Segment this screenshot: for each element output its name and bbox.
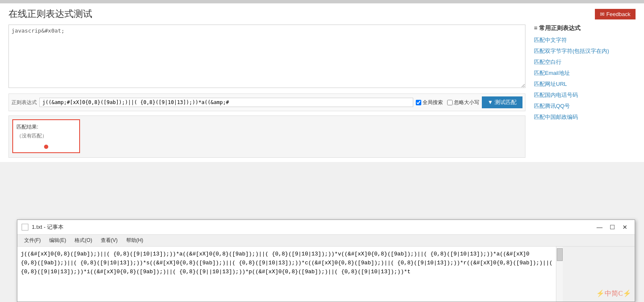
list-item: 匹配Email地址: [534, 69, 636, 77]
result-area: 匹配结果: （没有匹配）: [8, 115, 525, 158]
global-search-input[interactable]: [416, 100, 421, 105]
match-button[interactable]: ▼ 测试匹配: [482, 96, 522, 108]
result-text: （没有匹配）: [17, 132, 76, 140]
result-label: 匹配结果:: [17, 124, 76, 131]
webpage-area: 在线正则表达式测试 ✉ Feedback 正则表达式 全局搜索 忽略大小写: [0, 3, 644, 162]
link-blank-line[interactable]: 匹配空白行: [534, 59, 561, 65]
regex-input[interactable]: [39, 98, 413, 107]
list-item: 匹配国内电话号码: [534, 91, 636, 99]
regex-row: 正则表达式 全局搜索 忽略大小写 ▼ 测试匹配: [8, 93, 525, 111]
page-title: 在线正则表达式测试: [8, 8, 92, 20]
feedback-button[interactable]: ✉ Feedback: [595, 9, 636, 19]
test-input-textarea[interactable]: [8, 25, 525, 88]
list-item: 匹配中国邮政编码: [534, 113, 636, 121]
global-search-checkbox[interactable]: 全局搜索: [416, 99, 443, 106]
left-panel: 正则表达式 全局搜索 忽略大小写 ▼ 测试匹配 匹配结果:: [8, 25, 525, 158]
link-postal[interactable]: 匹配中国邮政编码: [534, 114, 578, 120]
list-item: 匹配双字节字符(包括汉字在内): [534, 47, 636, 55]
right-sidebar: ≡ 常用正则表达式 匹配中文字符 匹配双字节字符(包括汉字在内) 匹配空白行 匹…: [534, 25, 636, 158]
ignore-case-label: 忽略大小写: [454, 99, 479, 106]
link-phone[interactable]: 匹配国内电话号码: [534, 92, 578, 98]
top-banner: [0, 0, 644, 3]
link-email[interactable]: 匹配Email地址: [534, 70, 570, 76]
list-item: 匹配中文字符: [534, 36, 636, 44]
link-chinese-chars[interactable]: 匹配中文字符: [534, 37, 567, 43]
link-double-byte[interactable]: 匹配双字节字符(包括汉字在内): [534, 48, 609, 54]
list-item: 匹配网址URL: [534, 80, 636, 88]
regex-label: 正则表达式: [11, 99, 37, 106]
checkbox-group: 全局搜索 忽略大小写: [416, 99, 479, 106]
ignore-case-checkbox[interactable]: 忽略大小写: [447, 99, 479, 106]
list-item: 匹配空白行: [534, 58, 636, 66]
main-content: 正则表达式 全局搜索 忽略大小写 ▼ 测试匹配 匹配结果:: [8, 25, 636, 158]
list-item: 匹配腾讯QQ号: [534, 102, 636, 110]
link-url[interactable]: 匹配网址URL: [534, 81, 567, 87]
sidebar-title: ≡ 常用正则表达式: [534, 25, 636, 32]
ignore-case-input[interactable]: [447, 100, 453, 105]
link-qq[interactable]: 匹配腾讯QQ号: [534, 103, 570, 109]
red-dot: [44, 145, 48, 149]
page-title-row: 在线正则表达式测试 ✉ Feedback: [8, 8, 636, 20]
sidebar-links: 匹配中文字符 匹配双字节字符(包括汉字在内) 匹配空白行 匹配Email地址 匹…: [534, 36, 636, 121]
result-box: 匹配结果: （没有匹配）: [12, 119, 80, 153]
global-search-label: 全局搜索: [423, 99, 443, 106]
